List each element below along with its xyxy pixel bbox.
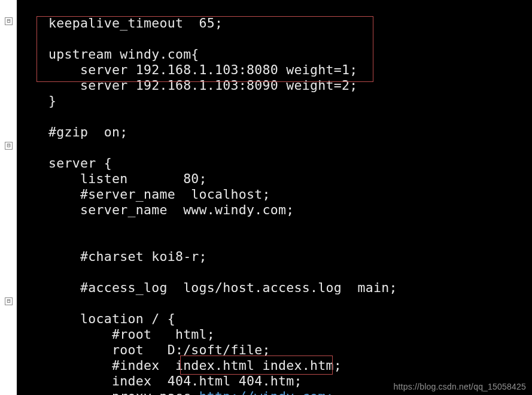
code-line: server 192.168.1.103:8080 weight=1;: [17, 62, 358, 77]
code-line: root D:/soft/file;: [17, 342, 270, 357]
code-line: #server_name localhost;: [17, 187, 270, 202]
code-line: proxy_pass: [17, 389, 199, 395]
code-line: #gzip on;: [17, 124, 127, 139]
code-line: location / {: [17, 311, 175, 326]
code-editor[interactable]: keepalive_timeout 65; upstream windy.com…: [17, 0, 532, 395]
code-line: index 404.html 404.htm;: [17, 373, 302, 388]
code-line: upstream windy.com{: [17, 47, 199, 62]
code-line: }: [17, 93, 56, 108]
code-line: server {: [17, 156, 112, 171]
fold-marker-icon[interactable]: ⊟: [5, 17, 13, 25]
code-line: #root html;: [17, 327, 215, 342]
fold-marker-icon[interactable]: ⊟: [5, 142, 13, 150]
code-line: keepalive_timeout 65;: [17, 16, 223, 31]
code-line: #index index.html index.htm;: [17, 358, 342, 373]
fold-marker-icon[interactable]: ⊟: [5, 297, 13, 305]
code-line: #access_log logs/host.access.log main;: [17, 280, 397, 295]
code-line: server_name www.windy.com;: [17, 202, 294, 217]
watermark-text: https://blog.csdn.net/qq_15058425: [394, 382, 526, 391]
code-line: server 192.168.1.103:8090 weight=2;: [17, 78, 358, 93]
code-line: #charset koi8-r;: [17, 249, 207, 264]
code-line: listen 80;: [17, 171, 207, 186]
code-content: keepalive_timeout 65; upstream windy.com…: [17, 16, 532, 395]
editor-gutter: ⊟ ⊟ ⊟: [0, 0, 17, 395]
proxy-pass-link[interactable]: http://windy.com;: [199, 389, 334, 395]
